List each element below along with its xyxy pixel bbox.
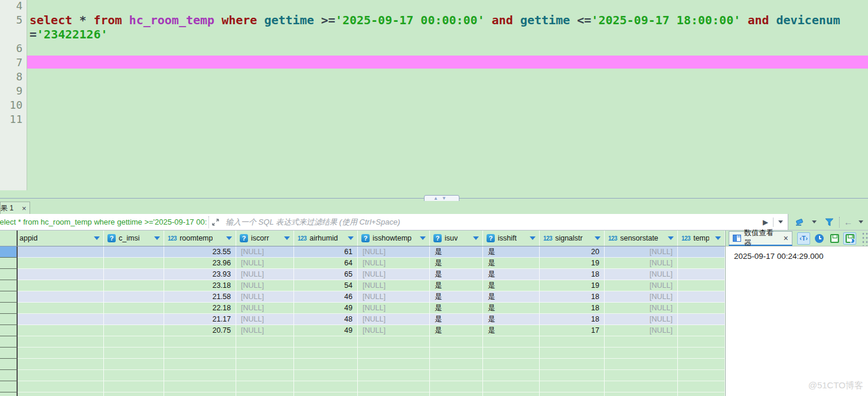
grid-cell[interactable]: 54 [294, 280, 358, 291]
save-with-timestamp-icon[interactable] [843, 232, 856, 245]
grid-cell[interactable] [358, 381, 430, 392]
grid-cell[interactable] [18, 269, 104, 280]
grid-cell[interactable]: 61 [294, 246, 358, 258]
grid-cell[interactable] [605, 381, 678, 392]
grid-cell[interactable] [678, 359, 725, 370]
grid-cell[interactable]: [NULL] [358, 280, 430, 291]
grid-cell[interactable] [678, 348, 725, 359]
column-header-airhumid[interactable]: 123airhumid [294, 231, 358, 246]
grid-cell[interactable]: [NULL] [605, 269, 678, 280]
grid-cell[interactable] [18, 291, 104, 303]
grid-cell[interactable] [483, 381, 540, 392]
column-filter-dropdown-icon[interactable] [284, 236, 290, 240]
row-header[interactable] [0, 291, 18, 303]
grid-cell[interactable] [358, 359, 430, 370]
grid-cell[interactable]: 是 [483, 303, 540, 314]
grid-cell[interactable]: [NULL] [605, 258, 678, 269]
column-header-roomtemp[interactable]: 123roomtemp [164, 231, 236, 246]
grid-cell[interactable] [605, 348, 678, 359]
grid-cell[interactable] [18, 325, 104, 336]
grid-cell[interactable]: [NULL] [605, 246, 678, 258]
grid-cell[interactable] [678, 381, 725, 392]
column-filter-dropdown-icon[interactable] [154, 236, 160, 240]
row-header[interactable] [0, 314, 18, 325]
grid-cell[interactable]: 是 [430, 325, 483, 336]
grid-cell[interactable]: 49 [294, 303, 358, 314]
grid-cell[interactable] [483, 359, 540, 370]
grid-cell[interactable]: [NULL] [236, 303, 294, 314]
row-header[interactable] [0, 303, 18, 314]
grid-cell[interactable] [678, 370, 725, 381]
grid-cell[interactable]: 是 [430, 246, 483, 258]
grid-cell[interactable] [18, 303, 104, 314]
grid-cell[interactable]: 20 [540, 246, 605, 258]
table-row[interactable]: 23.18[NULL]54[NULL]是是19[NULL] [0, 280, 725, 291]
grid-cell[interactable] [104, 303, 164, 314]
erase-filter-icon[interactable] [793, 216, 806, 228]
grid-cell[interactable]: 23.18 [164, 280, 236, 291]
grid-cell[interactable] [104, 336, 164, 348]
grid-cell[interactable] [358, 370, 430, 381]
grid-cell[interactable]: 是 [430, 280, 483, 291]
grid-cell[interactable] [18, 246, 104, 258]
grid-cell[interactable]: 23.93 [164, 269, 236, 280]
table-row-empty[interactable] [0, 370, 725, 381]
grid-cell[interactable]: 是 [483, 246, 540, 258]
grid-cell[interactable] [540, 381, 605, 392]
table-row[interactable]: 23.55[NULL]61[NULL]是是20[NULL] [0, 246, 725, 258]
column-filter-dropdown-icon[interactable] [530, 236, 536, 240]
grid-cell[interactable] [164, 370, 236, 381]
grid-cell[interactable] [678, 392, 725, 396]
row-header[interactable] [0, 348, 18, 359]
back-dropdown-icon[interactable] [859, 220, 863, 223]
table-row-empty[interactable] [0, 348, 725, 359]
grid-cell[interactable] [236, 381, 294, 392]
grid-cell[interactable]: 18 [540, 314, 605, 325]
table-row[interactable]: 21.58[NULL]46[NULL]是是18[NULL] [0, 291, 725, 303]
column-filter-dropdown-icon[interactable] [94, 236, 100, 240]
grid-cell[interactable] [18, 359, 104, 370]
filter-funnel-icon[interactable] [823, 216, 836, 228]
row-header[interactable] [0, 246, 18, 258]
grid-cell[interactable] [236, 392, 294, 396]
grid-cell[interactable] [678, 325, 725, 336]
row-header[interactable] [0, 269, 18, 280]
expand-icon[interactable] [208, 216, 222, 228]
grid-cell[interactable]: [NULL] [358, 314, 430, 325]
grid-cell[interactable]: 21.58 [164, 291, 236, 303]
row-header[interactable] [0, 392, 18, 396]
grid-cell[interactable] [605, 370, 678, 381]
grid-cell[interactable] [358, 392, 430, 396]
grid-cell[interactable] [164, 348, 236, 359]
grid-cell[interactable]: 65 [294, 269, 358, 280]
grid-cell[interactable] [294, 359, 358, 370]
tab-result-1[interactable]: 结果 1 × [0, 202, 30, 214]
column-header-tempcorrv[interactable]: 123tempcorrv [678, 231, 725, 246]
apply-filter-icon[interactable]: ▶ [758, 218, 773, 226]
table-row-empty[interactable] [0, 381, 725, 392]
column-header-signalstr[interactable]: 123signalstr [540, 231, 605, 246]
grid-cell[interactable] [430, 392, 483, 396]
grid-cell[interactable] [294, 381, 358, 392]
grid-cell[interactable]: 17 [540, 325, 605, 336]
grid-cell[interactable] [164, 381, 236, 392]
row-header[interactable] [0, 381, 18, 392]
row-header[interactable] [0, 359, 18, 370]
grid-cell[interactable]: 19 [540, 280, 605, 291]
tab-value-viewer[interactable]: 数值查看器 × [729, 231, 792, 246]
grid-cell[interactable]: [NULL] [605, 280, 678, 291]
grid-cell[interactable]: 18 [540, 269, 605, 280]
grid-cell[interactable] [164, 336, 236, 348]
grid-cell[interactable] [605, 392, 678, 396]
row-header[interactable] [0, 370, 18, 381]
grid-cell[interactable] [236, 336, 294, 348]
grid-cell[interactable]: 49 [294, 325, 358, 336]
grid-cell[interactable] [236, 359, 294, 370]
column-filter-dropdown-icon[interactable] [348, 236, 354, 240]
grid-cell[interactable]: 是 [483, 291, 540, 303]
grid-cell[interactable] [678, 336, 725, 348]
column-header-c_imsi[interactable]: ?c_imsi [104, 231, 164, 246]
grid-cell[interactable] [294, 348, 358, 359]
panel-grip-icon[interactable] [861, 231, 868, 246]
back-arrow-icon[interactable]: ← [844, 218, 853, 226]
